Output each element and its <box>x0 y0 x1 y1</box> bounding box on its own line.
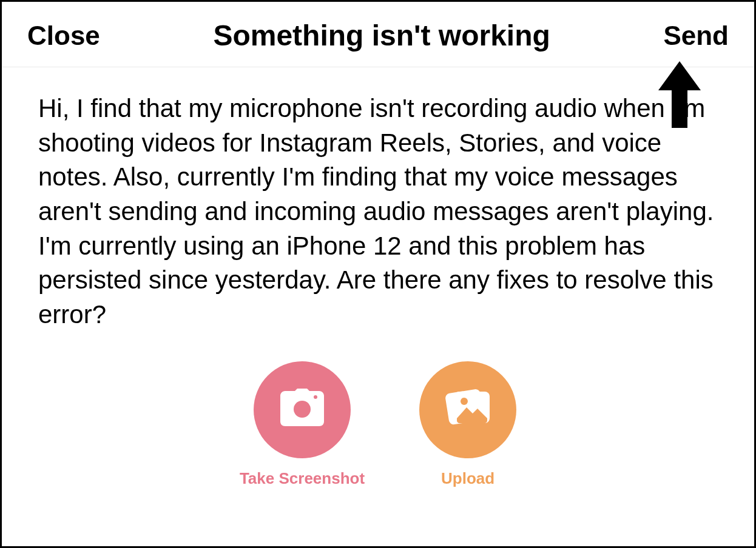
gallery-icon <box>442 386 493 434</box>
attachment-actions: Take Screenshot Upload <box>2 361 754 488</box>
take-screenshot-button[interactable]: Take Screenshot <box>240 361 365 488</box>
screenshot-circle <box>254 361 351 458</box>
svg-point-0 <box>294 401 311 418</box>
upload-button[interactable]: Upload <box>419 361 516 488</box>
report-problem-screen: Close Something isn't working Send Hi, I… <box>0 0 756 548</box>
feedback-textarea[interactable]: Hi, I find that my microphone isn't reco… <box>2 67 754 332</box>
upload-label: Upload <box>441 469 494 488</box>
send-button[interactable]: Send <box>663 21 729 51</box>
page-title: Something isn't working <box>100 19 664 52</box>
camera-icon <box>279 389 325 431</box>
svg-point-4 <box>461 398 468 405</box>
take-screenshot-label: Take Screenshot <box>240 469 365 488</box>
upload-circle <box>419 361 516 458</box>
close-button[interactable]: Close <box>27 21 100 51</box>
header-bar: Close Something isn't working Send <box>2 2 754 67</box>
svg-point-1 <box>314 395 317 399</box>
